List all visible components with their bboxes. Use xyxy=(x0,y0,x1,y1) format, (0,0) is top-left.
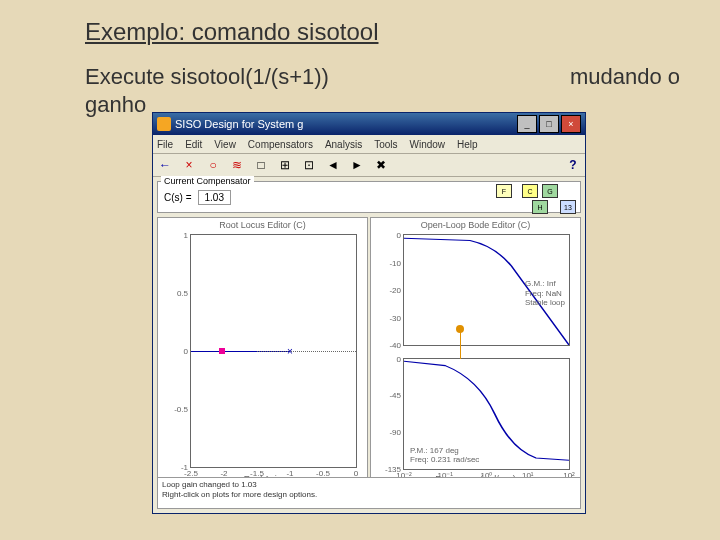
mag-ytick: -30 xyxy=(389,313,404,322)
titlebar[interactable]: SISO Design for System g _ □ × xyxy=(153,113,585,135)
block-f[interactable]: F xyxy=(496,184,512,198)
pm-marker[interactable] xyxy=(456,325,464,333)
menu-tools[interactable]: Tools xyxy=(374,139,397,150)
root-locus-axes[interactable]: 1 0.5 0 -0.5 -1 -2.5 -2 -1.5 -1 -0.5 0 × xyxy=(190,234,357,468)
block-c[interactable]: C xyxy=(522,184,538,198)
matlab-icon xyxy=(157,117,171,131)
rl-ytick: 0.5 xyxy=(177,289,191,298)
menubar: File Edit View Compensators Analysis Too… xyxy=(153,135,585,154)
o-icon[interactable]: ○ xyxy=(205,157,221,173)
mag-ytick: 0 xyxy=(397,231,404,240)
mag-ytick: -20 xyxy=(389,286,404,295)
minimize-button[interactable]: _ xyxy=(517,115,537,133)
help-icon[interactable]: ? xyxy=(565,157,581,173)
bode-mag-axes[interactable]: 0 -10 -20 -30 -40 G.M.: Inf Freq: NaN St… xyxy=(403,234,570,346)
bode-phase-axes[interactable]: 0 -45 -90 -135 10⁻² 10⁻¹ 10⁰ 10¹ 10² P.M… xyxy=(403,358,570,470)
status-line2: Right-click on plots for more design opt… xyxy=(162,490,576,500)
status-bar: Loop gain changed to 1.03 Right-click on… xyxy=(157,477,581,509)
mag-ytick: -10 xyxy=(389,258,404,267)
menu-window[interactable]: Window xyxy=(410,139,446,150)
block-13[interactable]: 13 xyxy=(560,200,576,214)
wave-icon[interactable]: ≋ xyxy=(229,157,245,173)
maximize-button[interactable]: □ xyxy=(539,115,559,133)
status-line1: Loop gain changed to 1.03 xyxy=(162,480,576,490)
zoomin-icon[interactable]: ⊞ xyxy=(277,157,293,173)
ph-ytick: -90 xyxy=(389,427,404,436)
compensator-prefix: C(s) = xyxy=(164,192,192,203)
compensator-panel: Current Compensator C(s) = 1.03 F C G H … xyxy=(157,181,581,213)
ph-ytick: -45 xyxy=(389,391,404,400)
menu-view[interactable]: View xyxy=(214,139,236,150)
rl-ytick: 0 xyxy=(184,347,191,356)
locus-dots xyxy=(257,351,356,352)
menu-edit[interactable]: Edit xyxy=(185,139,202,150)
box1-icon[interactable]: □ xyxy=(253,157,269,173)
compensator-value[interactable]: 1.03 xyxy=(198,190,231,205)
subtitle-left: Execute sisotool(1/(s+1)) xyxy=(85,64,329,90)
bode-plot[interactable]: Open-Loop Bode Editor (C) 0 -10 -20 -30 … xyxy=(370,217,581,487)
block-h[interactable]: H xyxy=(532,200,548,214)
gm-info: G.M.: Inf Freq: NaN Stable loop xyxy=(525,279,565,308)
ph-ytick: 0 xyxy=(397,355,404,364)
fullextent-icon[interactable]: ✖ xyxy=(373,157,389,173)
menu-help[interactable]: Help xyxy=(457,139,478,150)
zoomout-icon[interactable]: ⊡ xyxy=(301,157,317,173)
root-locus-plot[interactable]: Root Locus Editor (C) 1 0.5 0 -0.5 -1 -2… xyxy=(157,217,368,487)
mag-ytick: -40 xyxy=(389,341,404,350)
arrow-icon[interactable]: ← xyxy=(157,157,173,173)
next-icon[interactable]: ► xyxy=(349,157,365,173)
plots-area: Root Locus Editor (C) 1 0.5 0 -0.5 -1 -2… xyxy=(157,217,581,487)
x-icon[interactable]: × xyxy=(181,157,197,173)
pm-arrow xyxy=(460,329,461,359)
window-title: SISO Design for System g xyxy=(175,118,515,130)
subtitle-right: mudando o xyxy=(570,64,680,90)
menu-compensators[interactable]: Compensators xyxy=(248,139,313,150)
pm-info: P.M.: 167 deg Freq: 0.231 rad/sec xyxy=(410,446,479,465)
prev-icon[interactable]: ◄ xyxy=(325,157,341,173)
compensator-label: Current Compensator xyxy=(161,176,254,186)
toolbar: ← × ○ ≋ □ ⊞ ⊡ ◄ ► ✖ ? xyxy=(153,154,585,177)
rl-ytick: 1 xyxy=(184,231,191,240)
closed-loop-pole-marker[interactable] xyxy=(219,348,225,354)
block-diagram: F C G H 13 xyxy=(496,182,574,212)
close-button[interactable]: × xyxy=(561,115,581,133)
menu-file[interactable]: File xyxy=(157,139,173,150)
sisotool-window: SISO Design for System g _ □ × File Edit… xyxy=(152,112,586,514)
slide-title: Exemplo: comando sisotool xyxy=(85,18,660,46)
rl-ytick: -0.5 xyxy=(174,405,191,414)
block-g[interactable]: G xyxy=(542,184,558,198)
open-loop-pole-marker[interactable]: × xyxy=(287,346,293,357)
menu-analysis[interactable]: Analysis xyxy=(325,139,362,150)
